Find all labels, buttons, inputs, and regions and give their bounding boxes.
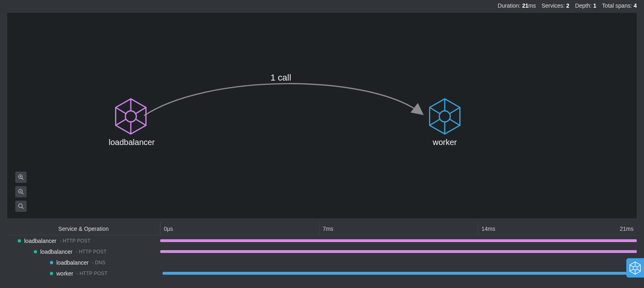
hex-icon [114, 97, 148, 135]
node-label: worker [423, 138, 467, 147]
svg-line-21 [22, 193, 23, 194]
hex-icon [427, 97, 462, 135]
svg-line-17 [22, 178, 23, 180]
stat-duration-unit: ms [528, 2, 536, 9]
stat-depth-value: 1 [593, 2, 597, 9]
stat-services-label: Services: [541, 2, 565, 9]
span-operation-name: - HTTP POST [76, 249, 107, 255]
span-bar[interactable] [163, 272, 637, 275]
span-service-name: loadbalancer [56, 259, 89, 266]
svg-point-23 [19, 204, 22, 207]
service-color-dot [50, 272, 53, 275]
timeline-pane: Service & Operation 0µs 7ms 14ms 21ms lo… [7, 222, 637, 279]
zoom-in-button[interactable] [15, 172, 27, 183]
span-bar-area [160, 235, 637, 246]
span-row[interactable]: loadbalancer - DNS [7, 257, 637, 268]
zoom-reset-button[interactable] [15, 201, 27, 212]
timeline-tick: 14ms [478, 222, 495, 235]
zoom-out-icon [18, 189, 24, 195]
timeline-rows: loadbalancer - HTTP POSTloadbalancer - H… [7, 235, 637, 279]
span-row[interactable]: loadbalancer - HTTP POST [7, 246, 637, 257]
span-row[interactable]: worker - HTTP POST [7, 268, 637, 279]
stat-spans: Total spans: 4 [602, 2, 637, 9]
zoom-out-button[interactable] [15, 186, 27, 197]
svg-point-1 [125, 111, 136, 122]
floating-help-badge[interactable] [626, 258, 644, 278]
span-bar[interactable] [160, 250, 637, 253]
span-operation-name: - DNS [92, 260, 105, 265]
span-service-name: loadbalancer [40, 249, 72, 255]
stat-services: Services: 2 [541, 2, 569, 9]
svg-line-30 [637, 269, 640, 271]
svg-line-12 [429, 108, 440, 114]
span-operation-name: - HTTP POST [76, 271, 107, 276]
service-color-dot [18, 239, 21, 242]
timeline-tick: 21ms [620, 222, 634, 235]
span-bar[interactable] [160, 239, 637, 242]
svg-line-7 [116, 119, 126, 125]
hex-icon [629, 261, 641, 275]
svg-line-4 [116, 108, 126, 114]
node-loadbalancer[interactable]: loadbalancer [109, 97, 153, 147]
stat-depth-label: Depth: [575, 2, 592, 9]
svg-line-6 [136, 108, 146, 114]
svg-line-29 [630, 265, 634, 267]
stat-spans-label: Total spans: [602, 2, 632, 9]
edge-arrow [144, 84, 422, 116]
dependency-graph-panel[interactable]: loadbalancer worker 1 call [7, 13, 637, 218]
span-row[interactable]: loadbalancer - HTTP POST [7, 235, 637, 246]
service-color-dot [34, 250, 37, 253]
timeline-header: Service & Operation 0µs 7ms 14ms 21ms [7, 222, 637, 235]
graph-edge-svg [7, 13, 619, 218]
timeline-tick: 7ms [319, 222, 333, 235]
zoom-in-icon [18, 174, 24, 180]
span-bar-area [160, 257, 637, 268]
zoom-reset-icon [18, 203, 24, 209]
span-label: loadbalancer - HTTP POST [7, 238, 160, 244]
timeline-tick: 0µs [160, 222, 173, 235]
trace-stats-bar: Duration: 21ms Services: 2 Depth: 1 Tota… [7, 2, 637, 10]
span-bar-area [160, 268, 637, 279]
svg-line-14 [450, 108, 460, 114]
svg-line-15 [429, 119, 440, 125]
span-operation-name: - HTTP POST [60, 238, 91, 244]
span-label: loadbalancer - HTTP POST [7, 249, 160, 255]
node-label: loadbalancer [109, 138, 153, 147]
timeline-header-ticks: 0µs 7ms 14ms 21ms [160, 222, 637, 235]
edge-label: 1 call [270, 73, 291, 83]
stat-duration: Duration: 21ms [497, 2, 536, 9]
stat-duration-label: Duration: [497, 2, 520, 9]
stat-duration-value: 21 [522, 2, 528, 9]
timeline-header-label: Service & Operation [7, 222, 160, 235]
stat-depth: Depth: 1 [575, 2, 597, 9]
svg-line-13 [450, 119, 460, 125]
svg-point-9 [439, 111, 450, 122]
svg-point-26 [633, 266, 637, 270]
node-worker[interactable]: worker [423, 97, 467, 147]
svg-line-24 [22, 207, 23, 209]
svg-line-32 [630, 269, 634, 271]
stat-services-value: 2 [566, 2, 570, 9]
service-color-dot [50, 261, 53, 264]
svg-line-31 [637, 265, 640, 267]
zoom-controls [15, 172, 27, 212]
svg-line-5 [136, 119, 146, 125]
span-service-name: loadbalancer [24, 238, 56, 244]
span-label: loadbalancer - DNS [7, 259, 160, 266]
stat-spans-value: 4 [634, 2, 637, 9]
span-label: worker - HTTP POST [7, 270, 160, 277]
span-bar-area [160, 246, 637, 257]
span-service-name: worker [56, 270, 73, 277]
